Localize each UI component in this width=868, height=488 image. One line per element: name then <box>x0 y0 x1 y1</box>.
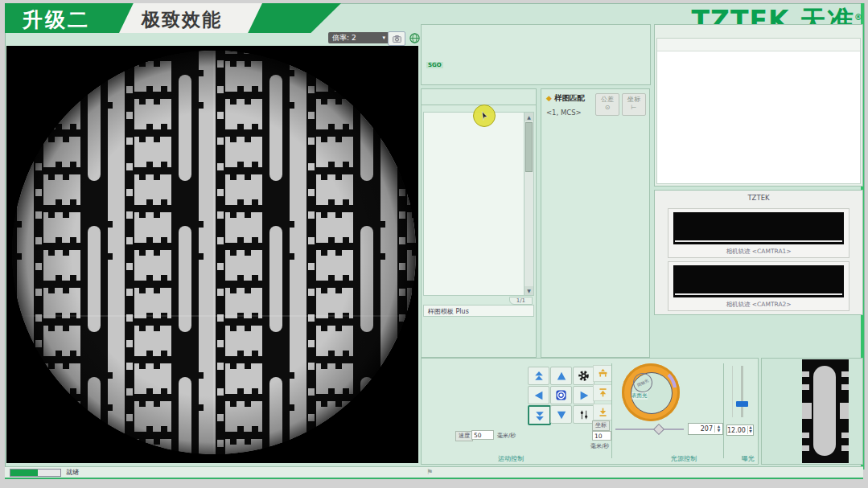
globe-icon[interactable] <box>407 31 422 44</box>
jog-up-button[interactable] <box>550 367 572 385</box>
spinner-arrows-icon[interactable]: ▲▼ <box>747 426 753 434</box>
template-title: 样图匹配 <box>554 93 585 102</box>
sgo-badge: SGO <box>426 62 443 68</box>
banner-subtitle: 极致效能 <box>142 7 222 32</box>
camera-trajectory-1[interactable]: 相机轨迹 <CAMTRA1> <box>668 208 849 258</box>
jog-down-button[interactable] <box>550 405 572 424</box>
snapshot-button[interactable] <box>388 31 405 46</box>
speed-input[interactable]: 50 <box>471 430 494 440</box>
results-tabs <box>655 25 862 27</box>
mouse-cursor-highlight <box>473 105 496 127</box>
trajectory-strip-2 <box>673 265 844 297</box>
light-caption: 光源控制 <box>671 454 697 463</box>
exposure-slider[interactable] <box>741 366 743 417</box>
divider <box>723 363 724 458</box>
jog-settings-button[interactable] <box>573 367 594 385</box>
camera-trajectory-2[interactable]: 相机轨迹 <CAMTRA2> <box>668 261 849 311</box>
exposure-caption: 曝光 <box>742 454 755 463</box>
stage-top-button[interactable] <box>593 365 612 382</box>
chevron-down-icon: ▾ <box>382 35 385 41</box>
trajectory-caption-1: 相机轨迹 <CAMTRA1> <box>668 248 849 256</box>
magnification-value: 倍率: 2 <box>332 33 356 43</box>
light-ring-control[interactable]: 同轴光 表面光 <box>622 363 680 421</box>
coords-button[interactable]: 坐标⊢ <box>622 93 646 116</box>
light-value: 207 <box>689 425 714 433</box>
exposure-handle[interactable] <box>736 401 748 407</box>
joystick-config-button[interactable] <box>573 405 594 424</box>
cursor-icon <box>479 111 490 121</box>
light-intensity-slider[interactable] <box>615 429 684 430</box>
jog-z-down-fast-button[interactable] <box>528 405 551 425</box>
tuner-icon <box>578 409 590 420</box>
jog-right-button[interactable] <box>573 386 594 404</box>
trajectory-title: TZTEK <box>655 191 862 202</box>
speed-button[interactable]: 速度 <box>455 431 473 441</box>
coaxial-light-label: 同轴光 <box>636 378 649 388</box>
status-text: 就绪 <box>66 468 79 477</box>
speed-unit: 毫米/秒 <box>497 432 516 440</box>
motion-light-panel: 速度 50 毫米/秒 坐标 10 毫米/秒 运动控制 光源控制 曝光 <box>421 358 759 465</box>
feature-list-scrollbar[interactable]: ▲ ▼ <box>524 112 534 296</box>
scrollbar-thumb[interactable] <box>525 122 533 172</box>
exposure-scale <box>732 366 733 417</box>
exposure-value: 12.00 <box>727 427 747 434</box>
template-subtitle: <1, MCS> <box>546 109 593 117</box>
status-bar: 就绪 ⚑ <box>5 466 863 479</box>
template-footer[interactable]: 样图模板 Plus <box>423 305 534 317</box>
app-window: 升级二 极致效能 TZTEK 天准® 倍率: 2 ▾ <box>0 0 868 488</box>
stop-icon <box>555 389 567 401</box>
divider <box>611 363 612 458</box>
features-panel: ▲ ▼ 1/1 样图模板 Plus <box>421 88 537 358</box>
results-panel <box>654 24 863 187</box>
measure-tools-toolbar <box>422 25 650 31</box>
coords-icon: ⊢ <box>631 104 637 111</box>
jog-stop-button[interactable] <box>550 386 572 404</box>
trajectory-panel: TZTEK 相机轨迹 <CAMTRA1> 相机轨迹 <CAMTRA2> <box>654 190 863 315</box>
progress-bar <box>10 469 61 477</box>
feature-list <box>423 112 526 296</box>
results-table <box>656 38 861 184</box>
scroll-up-icon[interactable]: ▲ <box>525 113 533 121</box>
light-value-spinner[interactable]: 207 ▲▼ <box>688 423 723 435</box>
motion-caption: 运动控制 <box>498 454 524 463</box>
trajectory-caption-2: 相机轨迹 <CAMTRA2> <box>668 301 849 309</box>
template-icon: ◆ <box>546 94 552 102</box>
feature-pager: 1/1 <box>509 297 533 305</box>
gear-icon <box>578 370 590 382</box>
results-table-header <box>657 39 860 51</box>
features-toolbar <box>422 89 536 105</box>
tolerance-button[interactable]: 公差⊙ <box>595 93 619 116</box>
surface-light-label: 表面光 <box>631 392 648 400</box>
scroll-down-icon[interactable]: ▼ <box>525 286 533 295</box>
camera-preview-panel[interactable] <box>761 358 863 465</box>
banner-badge: 升级二 <box>23 6 90 33</box>
registered-mark: ® <box>854 13 863 22</box>
viewer-toolbar: 倍率: 2 ▾ <box>6 32 420 46</box>
magnification-dropdown[interactable]: 倍率: 2 ▾ <box>328 32 389 43</box>
z-speed-unit: 毫米/秒 <box>590 442 609 450</box>
template-params-panel: ◆ 样图匹配 <1, MCS> 公差⊙ 坐标⊢ <box>541 88 650 358</box>
camera-viewport[interactable] <box>6 46 418 463</box>
trajectory-strip-1 <box>673 212 844 244</box>
exposure-spinner[interactable]: 12.00 ▲▼ <box>726 424 754 436</box>
flag-icon: ⚑ <box>426 468 433 476</box>
spinner-arrows-icon[interactable]: ▲▼ <box>714 425 722 433</box>
z-speed-input[interactable]: 10 <box>592 431 611 441</box>
progress-fill <box>10 470 38 476</box>
jog-left-button[interactable] <box>528 386 549 404</box>
measure-tools-panel: SGO <box>421 24 651 85</box>
tolerance-icon: ⊙ <box>605 104 611 111</box>
jog-z-up-fast-button[interactable] <box>528 367 549 385</box>
stage-down-button[interactable] <box>593 404 612 420</box>
template-header: ◆ 样图匹配 <1, MCS> 公差⊙ 坐标⊢ <box>541 89 649 118</box>
stage-up-button[interactable] <box>593 384 612 401</box>
z-mode-button[interactable]: 坐标 <box>592 420 610 431</box>
